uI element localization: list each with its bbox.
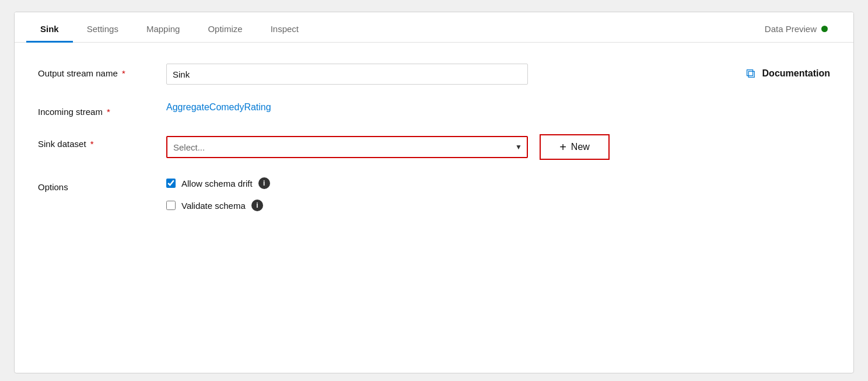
plus-icon: + <box>559 141 566 153</box>
tab-bar: Sink Settings Mapping Optimize Inspect D… <box>15 12 853 43</box>
output-stream-name-input[interactable] <box>166 64 528 85</box>
output-stream-name-left: Output stream name * <box>38 64 723 102</box>
validate-schema-row: Validate schema i <box>166 200 270 211</box>
sink-dataset-right: Select... ▼ + New <box>166 134 830 160</box>
documentation-label: Documentation <box>762 68 830 79</box>
output-stream-name-label: Output stream name * <box>38 64 166 78</box>
incoming-stream-row: Incoming stream * AggregateComedyRating <box>38 102 830 117</box>
options-label: Options <box>38 177 166 192</box>
output-stream-name-row: Output stream name * ⧉ Documentation <box>38 64 830 102</box>
validate-schema-info-icon[interactable]: i <box>251 200 263 211</box>
tab-optimize[interactable]: Optimize <box>194 16 256 43</box>
sink-dataset-select[interactable]: Select... <box>166 136 528 158</box>
allow-schema-drift-info-icon[interactable]: i <box>258 177 270 189</box>
allow-schema-drift-row: Allow schema drift i <box>166 177 270 189</box>
allow-schema-drift-label: Allow schema drift <box>181 179 253 188</box>
new-button[interactable]: + New <box>540 134 610 160</box>
validate-schema-label: Validate schema <box>181 201 246 211</box>
output-stream-name-control <box>166 64 610 85</box>
data-preview-status-dot <box>821 26 828 32</box>
tab-sink[interactable]: Sink <box>26 16 73 43</box>
new-button-label: New <box>571 142 590 152</box>
sink-dataset-row: Sink dataset * Select... ▼ + New <box>38 134 830 160</box>
documentation-icon[interactable]: ⧉ <box>746 66 755 81</box>
incoming-stream-required-star: * <box>104 107 110 117</box>
data-preview-label: Data Preview <box>765 24 817 34</box>
options-area: Allow schema drift i Validate schema i <box>166 177 270 211</box>
options-row: Options Allow schema drift i Validate sc… <box>38 177 830 211</box>
tab-data-preview[interactable]: Data Preview <box>751 16 842 43</box>
main-container: Sink Settings Mapping Optimize Inspect D… <box>14 12 854 373</box>
tab-mapping[interactable]: Mapping <box>132 16 194 43</box>
incoming-stream-label: Incoming stream * <box>38 102 166 117</box>
documentation-area: ⧉ Documentation <box>746 64 830 81</box>
tab-settings[interactable]: Settings <box>73 16 132 43</box>
sink-dataset-select-wrapper: Select... ▼ <box>166 136 528 158</box>
allow-schema-drift-checkbox[interactable] <box>166 179 176 188</box>
sink-dataset-label: Sink dataset * <box>38 134 166 149</box>
output-stream-required-star: * <box>120 68 125 78</box>
tab-inspect[interactable]: Inspect <box>257 16 313 43</box>
validate-schema-checkbox[interactable] <box>166 201 176 210</box>
output-stream-name-form-row: Output stream name * <box>38 64 723 85</box>
main-content: Output stream name * ⧉ Documentation Inc… <box>15 43 853 252</box>
sink-dataset-required-star: * <box>88 139 94 149</box>
incoming-stream-control: AggregateComedyRating <box>166 102 610 113</box>
incoming-stream-value[interactable]: AggregateComedyRating <box>166 102 271 113</box>
